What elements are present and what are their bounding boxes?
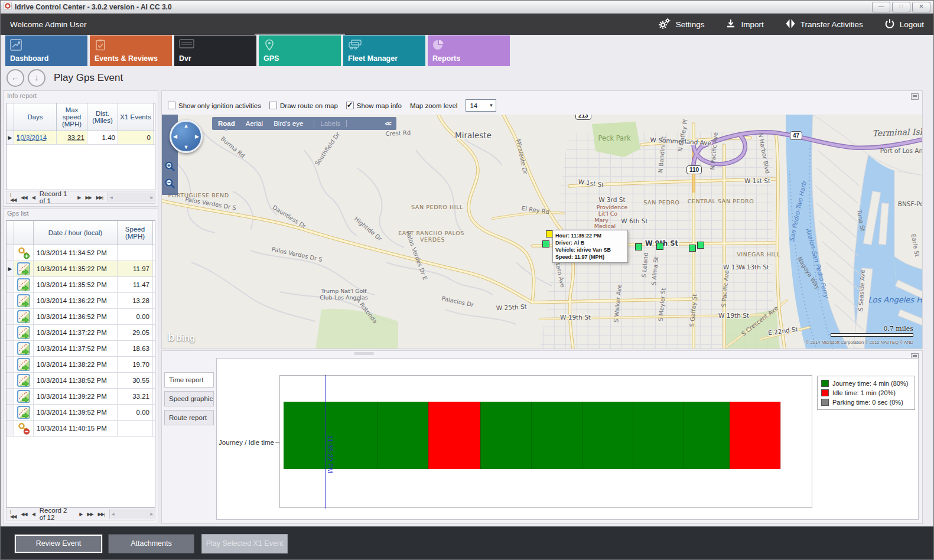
last-record-button[interactable]: ▶▶| [98,512,105,517]
down-button[interactable]: ↓ [28,69,45,87]
legend-item: Idle time: 1 min (20%) [821,388,911,398]
horizontal-scrollbar[interactable]: ◂▸ [108,193,155,202]
tab-fleet-manager[interactable]: Fleet Manager [343,35,425,66]
next-record-button[interactable]: ▶ [77,195,80,200]
tab-route-report[interactable]: Route report [164,410,214,425]
logout-label: Logout [900,20,924,29]
gridline [377,402,378,469]
next-page-button[interactable]: ▶▶ [85,195,91,200]
tab-reports[interactable]: Reports [428,35,510,66]
map-style-birdseye[interactable]: Bird's eye [274,120,303,127]
zoom-out-button[interactable] [164,178,175,189]
prev-record-button[interactable]: ◀ [32,195,35,200]
legend-color-swatch [821,399,829,406]
horizontal-scrollbar[interactable]: ◂▸ [109,509,155,519]
tab-dvr[interactable]: Dvr [174,35,256,66]
minimize-button[interactable]: — [872,2,890,12]
col-x1-events[interactable]: X1 Events [118,103,154,131]
last-record-button[interactable]: ▶▶| [96,195,103,200]
draw-route-checkbox[interactable]: Draw route on map [269,102,338,109]
show-ignition-checkbox[interactable]: Show only ignition activities [168,102,261,109]
zoom-in-button[interactable] [164,161,175,172]
splitter-handle[interactable] [354,352,374,355]
line-chart-icon [10,39,22,53]
show-map-info-checkbox[interactable]: Show map info [346,102,402,109]
map-compass[interactable]: ▲ ▼ ◀ ▶ [170,120,203,153]
tab-gps[interactable]: GPS [259,35,341,66]
gps-point-marker[interactable] [656,243,663,250]
col-date-hour[interactable]: Date / hour (local) [34,221,118,245]
gps-speed-cell: 33.21 [118,389,153,404]
max-speed-value[interactable]: 33.21 [67,134,84,141]
gps-list-row[interactable]: ▶ 10/3/2014 11:35:22 PM 11.97 [6,261,155,277]
gps-list-row[interactable]: 10/3/2014 11:39:22 PM 33.21 [6,389,155,405]
gps-speed-cell [118,245,153,261]
map-view[interactable]: MiralesteCrest RdBurma RdSouthfield DrMi… [162,115,922,349]
timeline-segment-journey [284,402,428,469]
logout-button[interactable]: Logout [884,18,924,31]
first-record-button[interactable]: |◀◀ [10,192,16,203]
col-max-speed[interactable]: Max speed (MPH) [57,103,87,131]
review-event-button[interactable]: Review Event [14,534,103,554]
tooltip-line: Speed: 11.97 (MPH) [555,253,625,261]
back-button[interactable]: ← [6,69,24,87]
play-selected-x1-event-button[interactable]: Play Selected X1 Event [201,534,288,554]
col-dist[interactable]: Dist. (Miles) [87,103,118,131]
checkbox-box[interactable] [168,102,175,109]
transfer-activities-button[interactable]: Transfer Activities [785,18,863,31]
gps-point-marker[interactable] [542,240,549,248]
gps-point-marker[interactable] [635,243,642,250]
maximize-button[interactable]: □ [892,2,910,12]
col-days[interactable]: Days [14,103,57,131]
tab-dashboard[interactable]: Dashboard [5,35,87,66]
tab-events-reviews[interactable]: Events & Reviews [90,35,172,66]
row-indicator [6,245,14,261]
prev-page-button[interactable]: ◀◀ [21,195,27,200]
gps-list-row[interactable]: 10/3/2014 11:36:52 PM 0.00 [6,309,155,325]
pan-left-arrow[interactable]: ◀ [173,134,177,139]
prev-record-button[interactable]: ◀ [32,512,35,517]
next-record-button[interactable]: ▶ [79,512,82,517]
col-indicator [6,103,14,131]
collapse-style-bar-button[interactable]: << [385,120,390,127]
map-style-road[interactable]: Road [218,120,235,127]
close-button[interactable]: ✕ [912,2,930,12]
gps-list-row[interactable]: 10/3/2014 11:38:22 PM 19.70 [6,357,155,373]
info-report-panel: Info report Days Max speed (MPH) Dist. (… [3,90,158,207]
gps-list-row[interactable]: 10/3/2014 11:35:52 PM 11.47 [6,277,155,293]
checkbox-box[interactable] [346,102,354,109]
gps-list-row[interactable]: 10/3/2014 11:38:52 PM 30.55 [6,373,155,389]
time-cursor-line[interactable] [326,375,326,509]
gps-list-row[interactable]: 10/3/2014 11:37:22 PM 29.05 [6,325,155,341]
gps-speed-cell: 0.00 [118,405,153,420]
day-link[interactable]: 10/3/2014 [17,134,47,141]
map-style-labels[interactable]: Labels [314,120,347,127]
gps-list-row[interactable]: 10/3/2014 11:36:22 PM 13.28 [6,293,155,309]
gps-list-row[interactable]: 10/3/2014 11:37:52 PM 18.63 [6,341,155,357]
first-record-button[interactable]: |◀◀ [10,509,16,519]
import-button[interactable]: Import [725,18,763,31]
tab-speed-graphic[interactable]: Speed graphic [164,391,214,406]
gps-point-marker[interactable] [689,245,696,252]
prev-page-button[interactable]: ◀◀ [21,512,27,517]
map-style-aerial[interactable]: Aerial [246,120,263,127]
timeline-segment-idle [730,402,780,469]
info-report-row[interactable]: ▶ 10/3/2014 33.21 1.40 0 [6,131,155,145]
tab-time-report[interactable]: Time report [164,372,214,388]
settings-button[interactable]: Settings [658,18,705,31]
pan-down-arrow[interactable]: ▼ [184,144,189,150]
attachments-button[interactable]: Attachments [108,534,194,554]
pan-right-arrow[interactable]: ▶ [195,134,199,139]
gps-speed-cell: 29.05 [118,325,153,340]
pan-up-arrow[interactable]: ▲ [184,123,189,129]
gps-list-row[interactable]: 10/3/2014 11:34:52 PM [6,245,155,261]
gps-date-cell: 10/3/2014 11:36:22 PM [34,293,118,308]
col-speed[interactable]: Speed (MPH) [118,221,153,245]
gps-list-row[interactable]: 10/3/2014 11:40:15 PM [6,421,155,437]
gps-list-row[interactable]: 10/3/2014 11:39:52 PM 0.00 [6,405,155,421]
next-page-button[interactable]: ▶▶ [87,512,93,517]
map-overlays: Hour: 11:35:22 PMDriver: Al BVehicle: id… [162,115,922,349]
checkbox-box[interactable] [269,102,277,109]
map-zoom-select[interactable]: 14 [466,99,496,112]
gps-point-marker[interactable] [697,242,704,249]
